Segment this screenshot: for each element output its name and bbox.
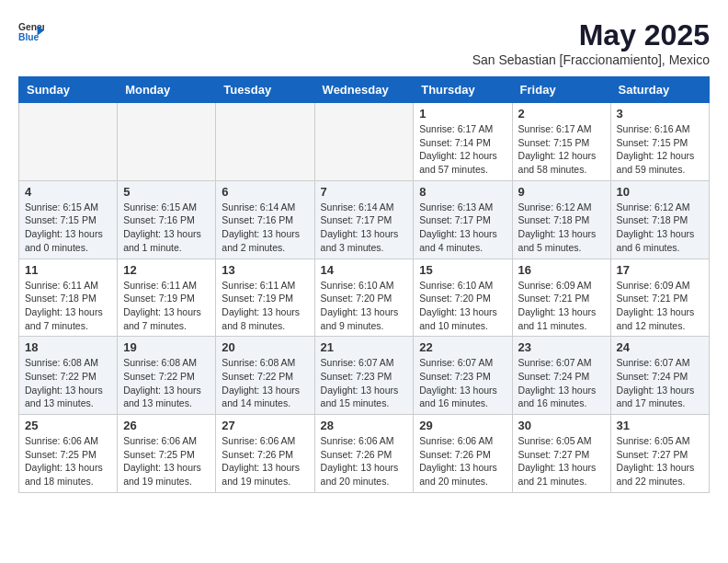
day-number: 2 — [518, 107, 605, 121]
calendar-cell: 24Sunrise: 6:07 AM Sunset: 7:24 PM Dayli… — [610, 337, 709, 415]
day-number: 9 — [518, 185, 605, 199]
calendar-cell: 23Sunrise: 6:07 AM Sunset: 7:24 PM Dayli… — [512, 337, 610, 415]
day-info: Sunrise: 6:12 AM Sunset: 7:18 PM Dayligh… — [518, 201, 605, 255]
day-info: Sunrise: 6:13 AM Sunset: 7:17 PM Dayligh… — [419, 201, 506, 255]
day-number: 29 — [419, 419, 506, 432]
calendar-cell: 25Sunrise: 6:06 AM Sunset: 7:25 PM Dayli… — [19, 415, 118, 493]
calendar-cell: 28Sunrise: 6:06 AM Sunset: 7:26 PM Dayli… — [314, 415, 414, 493]
day-number: 26 — [123, 419, 210, 432]
day-number: 22 — [419, 340, 506, 354]
day-info: Sunrise: 6:16 AM Sunset: 7:15 PM Dayligh… — [617, 122, 703, 177]
day-number: 10 — [617, 185, 703, 199]
svg-text:Blue: Blue — [18, 32, 40, 42]
calendar-cell: 14Sunrise: 6:10 AM Sunset: 7:20 PM Dayli… — [314, 259, 414, 337]
day-number: 4 — [25, 185, 111, 199]
day-info: Sunrise: 6:06 AM Sunset: 7:25 PM Dayligh… — [123, 434, 210, 488]
calendar-cell: 1Sunrise: 6:17 AM Sunset: 7:14 PM Daylig… — [414, 103, 512, 181]
day-info: Sunrise: 6:06 AM Sunset: 7:25 PM Dayligh… — [25, 434, 111, 488]
day-number: 31 — [617, 419, 703, 432]
day-number: 7 — [321, 185, 408, 199]
calendar-cell: 22Sunrise: 6:07 AM Sunset: 7:23 PM Dayli… — [414, 337, 512, 415]
calendar-week-4: 18Sunrise: 6:08 AM Sunset: 7:22 PM Dayli… — [19, 337, 710, 415]
day-info: Sunrise: 6:17 AM Sunset: 7:15 PM Dayligh… — [518, 122, 605, 177]
day-info: Sunrise: 6:11 AM Sunset: 7:19 PM Dayligh… — [123, 279, 210, 333]
day-number: 11 — [25, 263, 111, 277]
calendar-week-3: 11Sunrise: 6:11 AM Sunset: 7:18 PM Dayli… — [19, 259, 710, 337]
calendar-table: SundayMondayTuesdayWednesdayThursdayFrid… — [18, 76, 710, 493]
day-number: 1 — [419, 107, 506, 121]
day-number: 24 — [617, 340, 703, 354]
day-info: Sunrise: 6:09 AM Sunset: 7:21 PM Dayligh… — [617, 279, 703, 333]
day-info: Sunrise: 6:07 AM Sunset: 7:23 PM Dayligh… — [321, 356, 408, 410]
weekday-header-row: SundayMondayTuesdayWednesdayThursdayFrid… — [19, 77, 710, 103]
month-year-title: May 2025 — [472, 18, 710, 52]
calendar-cell: 8Sunrise: 6:13 AM Sunset: 7:17 PM Daylig… — [414, 180, 512, 259]
calendar-week-5: 25Sunrise: 6:06 AM Sunset: 7:25 PM Dayli… — [19, 415, 710, 493]
calendar-cell: 3Sunrise: 6:16 AM Sunset: 7:15 PM Daylig… — [610, 103, 709, 181]
calendar-cell — [314, 103, 414, 181]
day-number: 18 — [25, 340, 111, 354]
calendar-cell: 31Sunrise: 6:05 AM Sunset: 7:27 PM Dayli… — [610, 415, 709, 493]
day-number: 23 — [518, 340, 605, 354]
day-info: Sunrise: 6:10 AM Sunset: 7:20 PM Dayligh… — [419, 279, 506, 333]
calendar-cell: 18Sunrise: 6:08 AM Sunset: 7:22 PM Dayli… — [19, 337, 118, 415]
calendar-cell: 21Sunrise: 6:07 AM Sunset: 7:23 PM Dayli… — [314, 337, 414, 415]
calendar-cell: 2Sunrise: 6:17 AM Sunset: 7:15 PM Daylig… — [512, 103, 610, 181]
day-number: 6 — [222, 185, 308, 199]
weekday-header-monday: Monday — [118, 77, 216, 103]
calendar-cell: 26Sunrise: 6:06 AM Sunset: 7:25 PM Dayli… — [118, 415, 216, 493]
day-number: 27 — [222, 419, 308, 432]
weekday-header-tuesday: Tuesday — [216, 77, 314, 103]
day-number: 20 — [222, 340, 308, 354]
day-number: 12 — [123, 263, 210, 277]
calendar-cell: 11Sunrise: 6:11 AM Sunset: 7:18 PM Dayli… — [19, 259, 118, 337]
day-info: Sunrise: 6:08 AM Sunset: 7:22 PM Dayligh… — [222, 356, 308, 410]
day-info: Sunrise: 6:17 AM Sunset: 7:14 PM Dayligh… — [419, 122, 506, 177]
day-info: Sunrise: 6:12 AM Sunset: 7:18 PM Dayligh… — [617, 201, 703, 255]
day-number: 30 — [518, 419, 605, 432]
day-info: Sunrise: 6:11 AM Sunset: 7:18 PM Dayligh… — [25, 279, 111, 333]
day-info: Sunrise: 6:05 AM Sunset: 7:27 PM Dayligh… — [617, 434, 703, 488]
day-number: 8 — [419, 185, 506, 199]
day-info: Sunrise: 6:09 AM Sunset: 7:21 PM Dayligh… — [518, 279, 605, 333]
calendar-cell — [216, 103, 314, 181]
logo-icon: General Blue — [18, 18, 44, 44]
calendar-cell: 27Sunrise: 6:06 AM Sunset: 7:26 PM Dayli… — [216, 415, 314, 493]
day-number: 5 — [123, 185, 210, 199]
calendar-cell: 30Sunrise: 6:05 AM Sunset: 7:27 PM Dayli… — [512, 415, 610, 493]
weekday-header-sunday: Sunday — [19, 77, 118, 103]
calendar-cell: 4Sunrise: 6:15 AM Sunset: 7:15 PM Daylig… — [19, 180, 118, 259]
day-info: Sunrise: 6:14 AM Sunset: 7:17 PM Dayligh… — [321, 201, 408, 255]
calendar-cell: 6Sunrise: 6:14 AM Sunset: 7:16 PM Daylig… — [216, 180, 314, 259]
day-info: Sunrise: 6:07 AM Sunset: 7:24 PM Dayligh… — [617, 356, 703, 410]
calendar-cell: 7Sunrise: 6:14 AM Sunset: 7:17 PM Daylig… — [314, 180, 414, 259]
day-number: 21 — [321, 340, 408, 354]
calendar-week-2: 4Sunrise: 6:15 AM Sunset: 7:15 PM Daylig… — [19, 180, 710, 259]
calendar-week-1: 1Sunrise: 6:17 AM Sunset: 7:14 PM Daylig… — [19, 103, 710, 181]
weekday-header-thursday: Thursday — [414, 77, 512, 103]
calendar-cell: 5Sunrise: 6:15 AM Sunset: 7:16 PM Daylig… — [118, 180, 216, 259]
day-number: 3 — [617, 107, 703, 121]
calendar-cell: 19Sunrise: 6:08 AM Sunset: 7:22 PM Dayli… — [118, 337, 216, 415]
day-info: Sunrise: 6:14 AM Sunset: 7:16 PM Dayligh… — [222, 201, 308, 255]
day-info: Sunrise: 6:07 AM Sunset: 7:23 PM Dayligh… — [419, 356, 506, 410]
day-info: Sunrise: 6:06 AM Sunset: 7:26 PM Dayligh… — [321, 434, 408, 488]
day-number: 15 — [419, 263, 506, 277]
calendar-cell: 9Sunrise: 6:12 AM Sunset: 7:18 PM Daylig… — [512, 180, 610, 259]
day-info: Sunrise: 6:06 AM Sunset: 7:26 PM Dayligh… — [419, 434, 506, 488]
calendar-cell: 13Sunrise: 6:11 AM Sunset: 7:19 PM Dayli… — [216, 259, 314, 337]
weekday-header-wednesday: Wednesday — [314, 77, 414, 103]
weekday-header-friday: Friday — [512, 77, 610, 103]
logo: General Blue — [18, 18, 44, 44]
day-info: Sunrise: 6:06 AM Sunset: 7:26 PM Dayligh… — [222, 434, 308, 488]
title-section: May 2025 San Sebastian [Fraccionamiento]… — [472, 18, 710, 67]
day-info: Sunrise: 6:08 AM Sunset: 7:22 PM Dayligh… — [25, 356, 111, 410]
day-info: Sunrise: 6:05 AM Sunset: 7:27 PM Dayligh… — [518, 434, 605, 488]
day-info: Sunrise: 6:15 AM Sunset: 7:15 PM Dayligh… — [25, 201, 111, 255]
day-number: 28 — [321, 419, 408, 432]
calendar-cell: 16Sunrise: 6:09 AM Sunset: 7:21 PM Dayli… — [512, 259, 610, 337]
day-number: 25 — [25, 419, 111, 432]
weekday-header-saturday: Saturday — [610, 77, 709, 103]
calendar-cell: 20Sunrise: 6:08 AM Sunset: 7:22 PM Dayli… — [216, 337, 314, 415]
day-info: Sunrise: 6:15 AM Sunset: 7:16 PM Dayligh… — [123, 201, 210, 255]
